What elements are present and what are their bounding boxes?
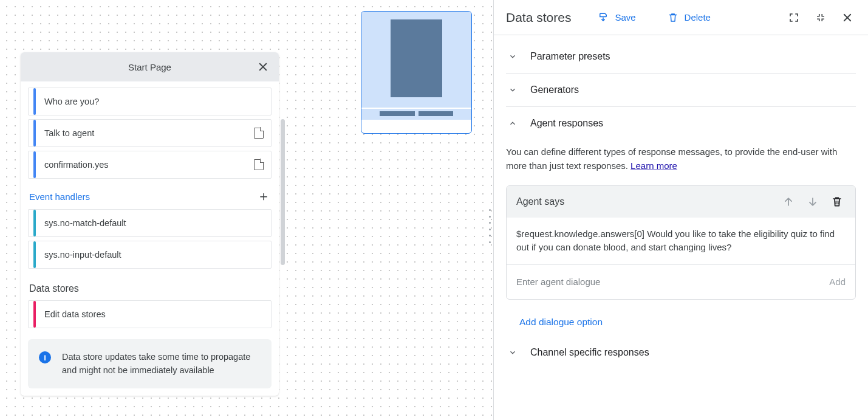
agent-dialogue-input-row: Add: [507, 265, 855, 299]
flow-node-thumbnail[interactable]: [361, 11, 472, 134]
add-button[interactable]: Add: [829, 277, 846, 287]
agent-says-card: Agent says $request.knowledge.answers[0]…: [506, 185, 856, 300]
edit-data-stores-label: Edit data stores: [44, 309, 264, 319]
data-store-bar-icon: [33, 301, 36, 328]
panel-title: Data stores: [506, 10, 571, 25]
intent-bar-icon: [33, 151, 36, 178]
accordion-parameter-presets[interactable]: Parameter presets: [506, 40, 856, 74]
event-handler-label: sys.no-input-default: [44, 250, 264, 260]
flow-canvas[interactable]: Start Page Who are you? Talk to agent co…: [0, 0, 493, 420]
save-icon: [598, 12, 609, 23]
intent-label: confirmation.yes: [44, 160, 247, 170]
page-icon: [254, 128, 264, 139]
intent-row[interactable]: Talk to agent: [28, 119, 272, 147]
page-icon: [254, 159, 264, 170]
intent-row[interactable]: Who are you?: [28, 88, 272, 115]
chevron-down-icon: [508, 348, 517, 357]
event-handlers-section: Event handlers ＋: [28, 190, 272, 203]
accordion-generators[interactable]: Generators: [506, 74, 856, 107]
save-button[interactable]: Save: [593, 9, 640, 27]
right-panel-body: Parameter presets Generators Agent respo…: [494, 35, 868, 420]
delete-response-icon[interactable]: [829, 193, 846, 210]
chevron-up-icon: [508, 119, 517, 128]
accordion-agent-responses[interactable]: Agent responses: [506, 107, 856, 140]
move-up-icon[interactable]: [780, 193, 797, 210]
agent-says-body[interactable]: $request.knowledge.answers[0] Would you …: [507, 218, 855, 265]
start-page-header: Start Page: [21, 52, 279, 81]
edit-data-stores-row[interactable]: Edit data stores: [28, 300, 272, 328]
add-dialogue-option-button[interactable]: Add dialogue option: [506, 306, 856, 342]
exit-fullscreen-icon[interactable]: [812, 9, 829, 26]
close-icon[interactable]: [256, 60, 270, 74]
fullscreen-icon[interactable]: [785, 9, 802, 26]
intent-label: Talk to agent: [44, 128, 247, 138]
info-icon: i: [39, 351, 51, 363]
intent-label: Who are you?: [44, 97, 264, 106]
add-event-handler-icon[interactable]: ＋: [257, 190, 270, 203]
intent-bar-icon: [33, 120, 36, 146]
event-bar-icon: [33, 210, 36, 236]
agent-responses-description: You can define different types of respon…: [506, 145, 856, 173]
event-handlers-title[interactable]: Event handlers: [29, 191, 90, 202]
intent-bar-icon: [33, 88, 36, 115]
resize-handle-icon[interactable]: [489, 209, 493, 243]
chevron-down-icon: [508, 86, 517, 94]
info-text: Data store updates take some time to pro…: [62, 350, 261, 377]
chevron-down-icon: [508, 52, 517, 61]
thumbnail-body: [361, 12, 471, 108]
intent-row[interactable]: confirmation.yes: [28, 151, 272, 179]
trash-icon: [668, 12, 678, 23]
data-stores-title: Data stores: [29, 283, 79, 294]
right-panel-header: Data stores Save Delete: [494, 0, 868, 35]
event-handler-label: sys.no-match-default: [44, 218, 264, 228]
agent-says-header: Agent says: [507, 186, 855, 218]
data-stores-section: Data stores: [28, 283, 272, 294]
agent-says-title: Agent says: [516, 196, 564, 207]
event-bar-icon: [33, 241, 36, 268]
move-down-icon[interactable]: [804, 193, 821, 210]
agent-dialogue-input[interactable]: [516, 277, 822, 287]
learn-more-link[interactable]: Learn more: [630, 160, 677, 171]
start-page-title: Start Page: [128, 62, 171, 72]
start-page-panel: Start Page Who are you? Talk to agent co…: [21, 52, 279, 396]
right-panel: Data stores Save Delete: [493, 0, 868, 420]
accordion-channel-specific[interactable]: Channel specific responses: [506, 342, 856, 369]
close-icon[interactable]: [839, 9, 856, 26]
info-box: i Data store updates take some time to p…: [28, 339, 272, 388]
event-handler-row[interactable]: sys.no-input-default: [28, 241, 272, 269]
scrollbar[interactable]: [281, 119, 285, 265]
event-handler-row[interactable]: sys.no-match-default: [28, 209, 272, 237]
delete-button[interactable]: Delete: [663, 9, 716, 27]
